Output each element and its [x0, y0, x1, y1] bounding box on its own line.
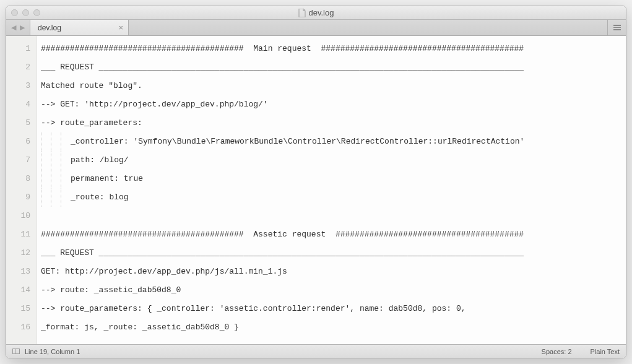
indent-guide [41, 151, 51, 170]
indent-guide [51, 132, 61, 151]
line-number: 5 [6, 114, 37, 132]
code-line[interactable]: path: /blog/ [41, 151, 626, 170]
line-text: _controller: 'Symfony\Bundle\FrameworkBu… [71, 132, 524, 151]
line-text: --> route_parameters: [41, 114, 142, 132]
syntax-setting[interactable]: Plain Text [591, 348, 620, 355]
code-line[interactable]: --> route_parameters: { _controller: 'as… [41, 300, 626, 318]
line-number: 15 [6, 300, 37, 318]
line-text: ########################################… [41, 40, 524, 58]
line-text: GET: http://project.dev/app_dev.php/js/a… [41, 262, 287, 281]
line-text: ___ REQUEST ____________________________… [41, 58, 524, 77]
line-number: 1 [6, 40, 37, 58]
line-text: Matched route "blog". [41, 77, 142, 95]
line-number: 2 [6, 58, 37, 77]
line-number: 8 [6, 170, 37, 188]
line-text: --> route: _assetic_dab50d8_0 [41, 281, 181, 300]
indent-setting[interactable]: Spaces: 2 [542, 348, 572, 355]
window-title-text: dev.log [309, 8, 334, 17]
zoom-window-button[interactable] [33, 9, 40, 16]
indent-guide [41, 188, 51, 207]
tabbar-spacer [129, 20, 607, 35]
document-icon [298, 9, 306, 17]
line-number: 12 [6, 244, 37, 262]
line-number: 6 [6, 132, 37, 151]
line-number: 14 [6, 281, 37, 300]
status-bar: Line 19, Column 1 Spaces: 2 Plain Text [6, 344, 626, 358]
editor-area: 12345678910111213141516 ################… [6, 36, 626, 344]
line-text: --> GET: 'http://project.dev/app_dev.php… [41, 95, 268, 114]
indent-guide [51, 188, 61, 207]
text-content[interactable]: ########################################… [37, 36, 626, 344]
line-text: permanent: true [71, 170, 143, 188]
line-number: 3 [6, 77, 37, 95]
code-line[interactable]: GET: http://project.dev/app_dev.php/js/a… [41, 262, 626, 281]
cursor-position[interactable]: Line 19, Column 1 [25, 348, 80, 355]
line-number-gutter[interactable]: 12345678910111213141516 [6, 36, 37, 344]
titlebar[interactable]: dev.log [6, 6, 626, 20]
indent-guide [51, 170, 61, 188]
close-tab-icon[interactable]: × [118, 23, 123, 32]
code-line[interactable]: Matched route "blog". [41, 77, 626, 95]
line-number: 16 [6, 318, 37, 337]
code-line[interactable]: ___ REQUEST ____________________________… [41, 58, 626, 77]
code-line[interactable]: ########################################… [41, 225, 626, 244]
line-number: 10 [6, 207, 37, 225]
code-line[interactable]: permanent: true [41, 170, 626, 188]
code-line[interactable]: --> route_parameters: [41, 114, 626, 132]
file-tab[interactable]: dev.log × [30, 20, 129, 35]
tab-label: dev.log [38, 24, 61, 32]
code-line[interactable] [41, 207, 626, 225]
code-line[interactable]: --> route: _assetic_dab50d8_0 [41, 281, 626, 300]
close-window-button[interactable] [11, 9, 18, 16]
hamburger-icon [613, 25, 621, 30]
tabbar-menu-button[interactable] [607, 20, 626, 35]
code-line[interactable]: ########################################… [41, 40, 626, 58]
line-text: path: /blog/ [71, 151, 129, 170]
nav-arrows: ◀ ▶ [6, 20, 30, 35]
indent-guide [61, 188, 71, 207]
code-line[interactable]: ___ REQUEST ____________________________… [41, 244, 626, 262]
nav-forward-icon[interactable]: ▶ [19, 24, 26, 32]
line-number: 9 [6, 188, 37, 207]
line-text: --> route_parameters: { _controller: 'as… [41, 300, 466, 318]
editor-window: dev.log ◀ ▶ dev.log × 123456789101112131… [6, 6, 626, 358]
code-line[interactable]: _controller: 'Symfony\Bundle\FrameworkBu… [41, 132, 626, 151]
traffic-lights [11, 9, 40, 16]
indent-guide [61, 151, 71, 170]
indent-guide [61, 132, 71, 151]
code-line[interactable]: _format: js, _route: _assetic_dab50d8_0 … [41, 318, 626, 337]
line-number: 13 [6, 262, 37, 281]
code-line[interactable]: _route: blog [41, 188, 626, 207]
line-number: 4 [6, 95, 37, 114]
code-line[interactable]: --> GET: 'http://project.dev/app_dev.php… [41, 95, 626, 114]
indent-guide [41, 132, 51, 151]
window-title: dev.log [11, 8, 621, 17]
line-text: ___ REQUEST ____________________________… [41, 244, 524, 262]
line-text: ########################################… [41, 225, 524, 244]
minimize-window-button[interactable] [22, 9, 29, 16]
line-number: 11 [6, 225, 37, 244]
panel-toggle-icon[interactable] [12, 349, 20, 354]
indent-guide [61, 170, 71, 188]
nav-back-icon[interactable]: ◀ [10, 24, 17, 32]
line-text: _format: js, _route: _assetic_dab50d8_0 … [41, 318, 239, 337]
indent-guide [51, 151, 61, 170]
line-number: 7 [6, 151, 37, 170]
indent-guide [41, 170, 51, 188]
tab-bar: ◀ ▶ dev.log × [6, 20, 626, 36]
line-text: _route: blog [71, 188, 129, 207]
